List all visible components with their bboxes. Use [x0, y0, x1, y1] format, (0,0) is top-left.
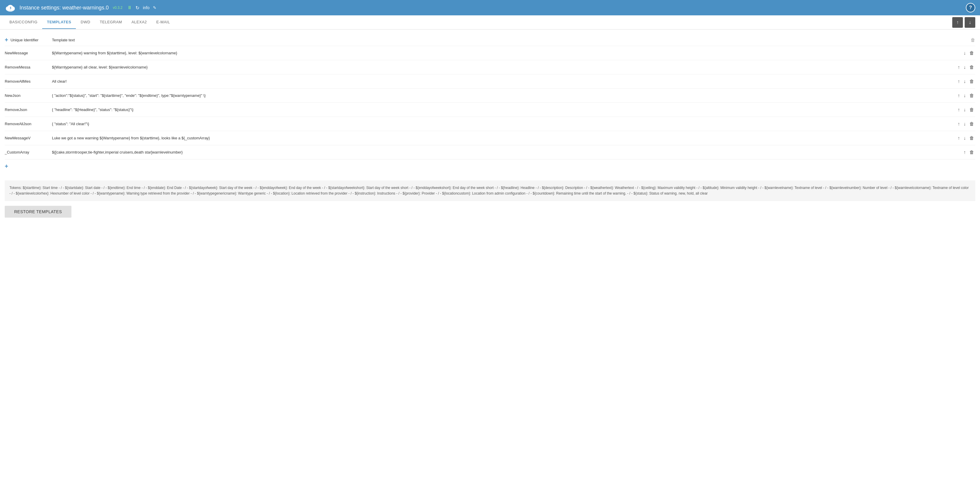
row-identifier: RemoveJson	[5, 107, 52, 112]
row-template: { "headline": "${Headline}", "status": "…	[52, 107, 946, 112]
row-actions: ↑↓🗑	[946, 92, 975, 99]
table-row: _CustomArray${[cake,stormtrooper,tie-fig…	[5, 145, 975, 159]
row-identifier: NewMessage	[5, 51, 52, 55]
table-row: NewJson{ "action":"${status}", "start": …	[5, 89, 975, 103]
version-label: v0.3.2	[113, 6, 123, 10]
move-up-button[interactable]: ↑	[956, 92, 961, 99]
app-logo-icon	[5, 2, 16, 13]
row-identifier: NewJson	[5, 93, 52, 98]
row-template: { "action":"${status}", "start": "${star…	[52, 93, 946, 98]
move-down-button[interactable]: ↓	[962, 135, 967, 142]
edit-icon[interactable]: ✎	[153, 5, 156, 10]
row-template: All clear!	[52, 79, 946, 84]
table-row: RemoveMessa${Warntypename} all clear, le…	[5, 60, 975, 74]
header: Instance settings: weather-warnings.0 v0…	[0, 0, 980, 15]
delete-row-button[interactable]: 🗑	[968, 149, 975, 156]
row-actions: ↑🗑	[946, 149, 975, 156]
delete-row-button[interactable]: 🗑	[968, 107, 975, 113]
col-actions-header: 🗑	[946, 38, 975, 43]
upload-button[interactable]: ↑	[952, 17, 963, 28]
row-actions: ↑↓🗑	[946, 78, 975, 85]
row-actions: ↑↓🗑	[946, 107, 975, 113]
move-up-button[interactable]: ↑	[956, 121, 961, 127]
move-down-button[interactable]: ↓	[962, 92, 967, 99]
info-link[interactable]: info	[143, 5, 150, 10]
row-template: ${[cake,stormtrooper,tie-fighter,imperia…	[52, 150, 946, 155]
token-info-text: Tokens: ${starttime}: Start time - / - $…	[10, 186, 969, 196]
add-new-row-button[interactable]: +	[5, 163, 8, 170]
col-template-header: Template text	[52, 38, 946, 42]
move-up-button[interactable]: ↑	[956, 107, 961, 113]
row-identifier: NewMessageV	[5, 136, 52, 140]
row-actions: ↓🗑	[946, 50, 975, 56]
move-down-button[interactable]: ↓	[962, 107, 967, 113]
add-row-section: +	[5, 159, 975, 173]
add-row-icon[interactable]: +	[5, 37, 8, 43]
table-row: RemoveJson{ "headline": "${Headline}", "…	[5, 103, 975, 117]
token-info-section: Tokens: ${starttime}: Start time - / - $…	[5, 180, 975, 201]
delete-row-button[interactable]: 🗑	[968, 50, 975, 56]
move-up-button[interactable]: ↑	[956, 64, 961, 70]
move-up-button[interactable]: ↑	[962, 149, 967, 156]
row-template: ${Warntypename} warning from ${starttime…	[52, 51, 946, 55]
row-identifier: RemoveAllJson	[5, 122, 52, 126]
restore-templates-button[interactable]: RESTORE TEMPLATES	[5, 206, 72, 218]
table-row: RemoveAllJson{ "status": "All clear!"\}↑…	[5, 117, 975, 131]
move-down-button[interactable]: ↓	[962, 64, 967, 70]
tabs-bar: BASICCONFIG TEMPLATES DWD TELEGRAM ALEXA…	[0, 15, 980, 30]
row-actions: ↑↓🗑	[946, 64, 975, 70]
table-header: + Unique Identifier Template text 🗑	[5, 34, 975, 46]
delete-row-button[interactable]: 🗑	[968, 135, 975, 142]
page-title: Instance settings: weather-warnings.0	[19, 5, 109, 11]
table-row: NewMessageVLuke we got a new warning ${W…	[5, 131, 975, 145]
move-up-button[interactable]: ↑	[956, 135, 961, 142]
row-template: Luke we got a new warning ${Warntypename…	[52, 136, 946, 140]
col-identifier-label: Unique Identifier	[11, 38, 39, 42]
row-template: ${Warntypename} all clear, level: ${warn…	[52, 65, 946, 69]
refresh-icon[interactable]: ↻	[135, 5, 139, 11]
download-button[interactable]: ↓	[965, 17, 975, 28]
row-identifier: _CustomArray	[5, 150, 52, 155]
move-down-button[interactable]: ↓	[962, 50, 967, 56]
tab-dwd[interactable]: DWD	[76, 16, 95, 29]
row-actions: ↑↓🗑	[946, 135, 975, 142]
pause-icon[interactable]: ⏸	[127, 5, 132, 10]
tab-alexa2[interactable]: ALEXA2	[127, 16, 151, 29]
tab-telegram[interactable]: TELEGRAM	[95, 16, 127, 29]
table-row: RemoveAllMesAll clear!↑↓🗑	[5, 74, 975, 89]
restore-btn-container: RESTORE TEMPLATES	[5, 201, 975, 222]
tab-basicconfig[interactable]: BASICCONFIG	[5, 16, 42, 29]
delete-row-button[interactable]: 🗑	[968, 64, 975, 70]
help-button[interactable]: ?	[966, 3, 975, 13]
row-identifier: RemoveAllMes	[5, 79, 52, 84]
delete-all-icon[interactable]: 🗑	[970, 38, 975, 43]
delete-row-button[interactable]: 🗑	[968, 78, 975, 85]
row-identifier: RemoveMessa	[5, 65, 52, 69]
main-content: + Unique Identifier Template text 🗑 NewM…	[0, 30, 980, 227]
col-identifier-header: + Unique Identifier	[5, 37, 52, 43]
row-actions: ↑↓🗑	[946, 121, 975, 127]
delete-row-button[interactable]: 🗑	[968, 121, 975, 127]
move-down-button[interactable]: ↓	[962, 121, 967, 127]
delete-row-button[interactable]: 🗑	[968, 92, 975, 99]
table-row: NewMessage${Warntypename} warning from $…	[5, 46, 975, 60]
tab-email[interactable]: E-MAIL	[152, 16, 175, 29]
row-template: { "status": "All clear!"\}	[52, 122, 946, 126]
tab-templates[interactable]: TEMPLATES	[42, 16, 76, 29]
move-down-button[interactable]: ↓	[962, 78, 967, 85]
move-up-button[interactable]: ↑	[956, 78, 961, 85]
table-rows: NewMessage${Warntypename} warning from $…	[5, 46, 975, 159]
